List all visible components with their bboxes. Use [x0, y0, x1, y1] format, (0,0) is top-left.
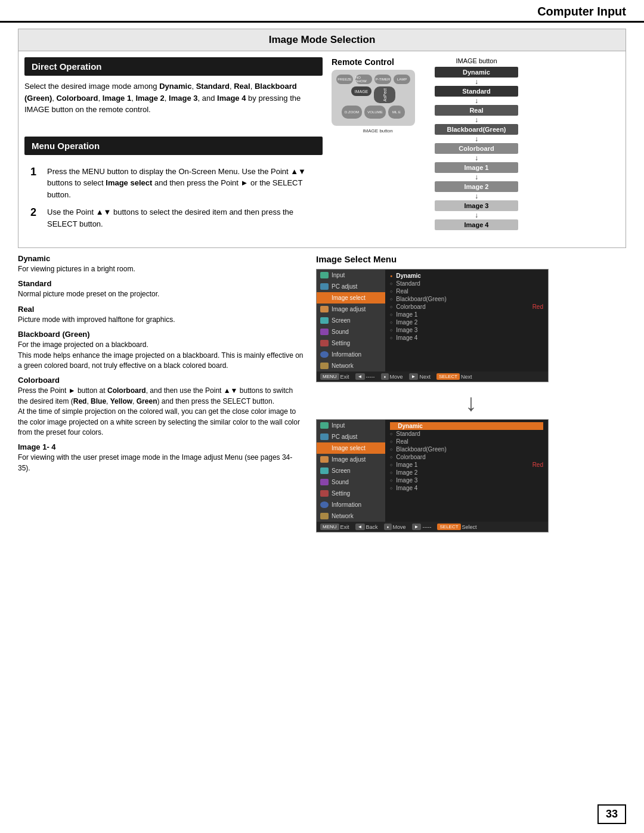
ml-btn: ML E	[388, 106, 405, 119]
chain-colorboard: Colorboard	[435, 143, 518, 154]
osd-icon-imageadjust-2	[320, 456, 329, 463]
osd-opt-image2-2: Image 2	[390, 469, 543, 476]
osd-opt-image2-1: Image 2	[390, 318, 543, 326]
osd-icon-sound-2	[320, 479, 329, 485]
menu-operation-bar: Menu Operation	[24, 137, 323, 155]
remote-control-label: Remote Control	[332, 57, 424, 67]
image-btn: IMAGE	[351, 86, 371, 96]
osd-icon-network-2	[320, 513, 329, 519]
osd-icon-info-1	[320, 351, 329, 358]
image-select-menu-title: Image Select Menu	[316, 254, 626, 264]
osd-opt-standard-2: Standard	[390, 430, 543, 438]
osd-icon-imageselect-2	[320, 445, 329, 451]
osd-opt-dynamic-1: Dynamic	[390, 272, 543, 280]
def-blackboard-text: For the image projected on a blackboard.…	[18, 340, 304, 371]
no-show-btn: NO SHOW	[355, 75, 372, 84]
step-text-1: Press the MENU button to display the On-…	[47, 166, 317, 201]
chain-arrow-6: ↓	[475, 174, 478, 181]
osd-item-imageselect-1: Image select	[317, 292, 385, 304]
footer-back-2: ◄ Back	[355, 524, 378, 530]
page-number: 33	[597, 804, 626, 824]
osd-opt-image3-1: Image 3	[390, 326, 543, 334]
footer-next-1: ► Next	[409, 373, 431, 380]
red-label-2: Red	[532, 462, 543, 468]
chain-arrow-7: ↓	[475, 193, 478, 200]
osd-icon-info-2	[320, 501, 329, 508]
def-standard-text: Normal picture mode preset on the projec…	[18, 289, 304, 299]
image-button-title: IMAGE button	[435, 57, 518, 64]
direct-op-text: Select the desired image mode among Dyna…	[24, 80, 323, 116]
right-column: Remote Control FREEZE NO SHOW P-TIMER LA…	[332, 57, 620, 241]
osd-content-1: Dynamic Standard Real Blackboard(Green) …	[385, 270, 548, 371]
osd-item-setting-2: Setting	[317, 488, 385, 499]
chain-standard: Standard	[435, 86, 518, 97]
osd-icon-pcadjust-2	[320, 433, 329, 440]
menu-operation-content: 1 Press the MENU button to display the O…	[24, 160, 323, 242]
osd-menu-2: Input PC adjust Image select Image	[316, 419, 549, 532]
def-dynamic-title: Dynamic	[18, 254, 304, 263]
remote-middle-row: IMAGE AsPect	[336, 86, 410, 103]
osd-icon-input-1	[320, 272, 329, 278]
osd-item-imageadjust-1: Image adjust	[317, 304, 385, 315]
osd-item-screen-2: Screen	[317, 465, 385, 476]
header-title: Computer Input	[537, 5, 626, 18]
image-chain-area: IMAGE button Dynamic ↓ Standard ↓ Real ↓…	[435, 57, 518, 230]
osd-icon-imageselect-1	[320, 295, 329, 301]
osd-menu-1: Input PC adjust Image select Image	[316, 269, 549, 382]
step-text-2: Use the Point ▲▼ buttons to select the d…	[47, 206, 317, 230]
osd-opt-blackboard-1: Blackboard(Green)	[390, 295, 543, 303]
osd-sidebar-2: Input PC adjust Image select Image	[317, 420, 385, 522]
remote-zoom-row: D.ZOOM VOLUME ML E	[336, 106, 410, 119]
def-standard-title: Standard	[18, 279, 304, 288]
p-timer-btn: P-TIMER	[374, 75, 391, 84]
main-content: Image Mode Selection Direct Operation Se…	[0, 23, 644, 552]
image-button-label-below: IMAGE button	[332, 128, 424, 134]
chain-image2: Image 2	[435, 181, 518, 192]
chain-arrow-3: ↓	[475, 116, 478, 123]
freeze-btn: FREEZE	[336, 75, 353, 84]
remote-control-area: Remote Control FREEZE NO SHOW P-TIMER LA…	[332, 57, 424, 134]
menu-step-1: 1 Press the MENU button to display the O…	[30, 166, 317, 201]
def-dynamic-text: For viewing pictures in a bright room.	[18, 264, 304, 274]
chain-arrow-8: ↓	[475, 212, 478, 219]
osd-item-info-1: Information	[317, 349, 385, 360]
def-image14-text: For viewing with the user preset image m…	[18, 453, 304, 473]
osd-item-pcadjust-2: PC adjust	[317, 431, 385, 442]
remote-area: Remote Control FREEZE NO SHOW P-TIMER LA…	[332, 57, 620, 230]
osd-item-imageselect-2: Image select	[317, 442, 385, 454]
osd-item-screen-1: Screen	[317, 315, 385, 326]
chain-image4: Image 4	[435, 219, 518, 230]
osd-opt-real-1: Real	[390, 287, 543, 295]
osd-opt-colorboard-1: Colorboard Red	[390, 303, 543, 311]
volume-btn: VOLUME	[364, 106, 386, 119]
osd-opt-image3-2: Image 3	[390, 476, 543, 484]
step-number-1: 1	[30, 166, 41, 178]
footer-next-2: ► -----	[412, 524, 432, 530]
osd-menu-1-inner: Input PC adjust Image select Image	[317, 270, 548, 371]
def-image14-title: Image 1- 4	[18, 442, 304, 451]
chain-dynamic: Dynamic	[435, 67, 518, 78]
osd-icon-setting-2	[320, 490, 329, 497]
direct-operation-bar: Direct Operation	[24, 57, 323, 76]
osd-item-pcadjust-1: PC adjust	[317, 281, 385, 292]
osd-icon-network-1	[320, 363, 329, 369]
osd-footer-2: MENU Exit ◄ Back ⬧ Move ► -----	[317, 522, 548, 532]
footer-move-2: ⬧ Move	[384, 524, 406, 530]
chain-image1: Image 1	[435, 162, 518, 173]
osd-icon-input-2	[320, 422, 329, 429]
step-number-2: 2	[30, 206, 41, 219]
remote-top-row: FREEZE NO SHOW P-TIMER LAMP	[336, 75, 410, 84]
remote-body: FREEZE NO SHOW P-TIMER LAMP IMAGE AsPect	[332, 70, 415, 126]
footer-select-1: SELECT Next	[436, 373, 472, 380]
chain-real: Real	[435, 105, 518, 116]
osd-menu-2-inner: Input PC adjust Image select Image	[317, 420, 548, 522]
osd-opt-image4-2: Image 4	[390, 484, 543, 492]
def-colorboard-title: Colorboard	[18, 376, 304, 385]
footer-select-2: SELECT Select	[437, 524, 476, 530]
osd-opt-colorboard-2: Colorboard	[390, 453, 543, 461]
osd-footer-1: MENU Exit ◄ ----- ⬧ Move ► Next	[317, 371, 548, 382]
footer-menu-2: MENU Exit	[320, 524, 349, 530]
chain-arrow-1: ↓	[475, 78, 478, 85]
section-inner: Direct Operation Select the desired imag…	[18, 51, 626, 247]
osd-opt-blackboard-2: Blackboard(Green)	[390, 445, 543, 453]
